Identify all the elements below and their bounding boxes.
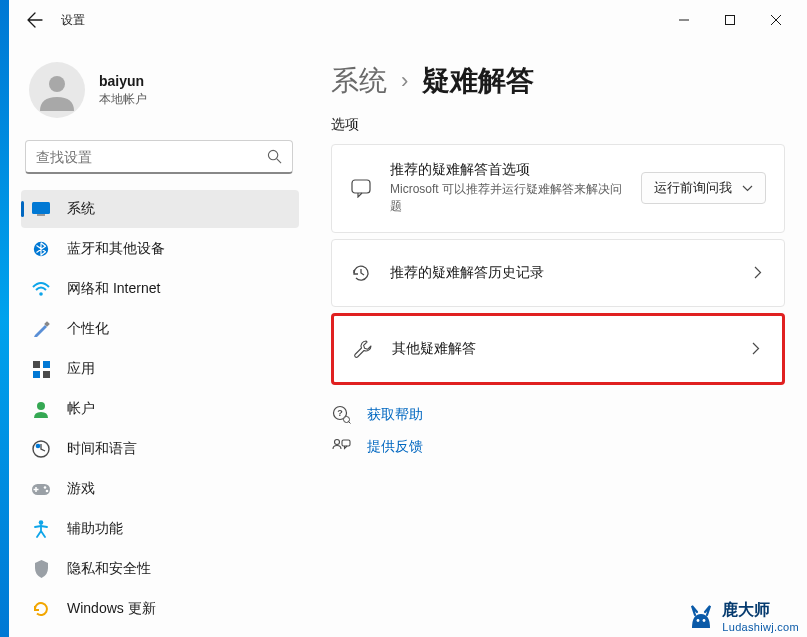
watermark-en: Ludashiwj.com bbox=[722, 621, 799, 633]
sidebar-item-gaming[interactable]: 游戏 bbox=[21, 470, 299, 508]
svg-point-6 bbox=[39, 292, 43, 296]
card-title: 推荐的疑难解答首选项 bbox=[390, 161, 623, 179]
sidebar-item-label: 隐私和安全性 bbox=[67, 560, 151, 578]
svg-rect-24 bbox=[342, 440, 350, 446]
svg-text:?: ? bbox=[337, 409, 343, 419]
titlebar: 设置 bbox=[9, 0, 807, 40]
watermark-logo-icon bbox=[686, 602, 716, 632]
help-icon: ? bbox=[331, 405, 351, 425]
minimize-button[interactable] bbox=[661, 4, 707, 36]
feedback-link[interactable]: 提供反馈 bbox=[331, 437, 785, 457]
accessibility-icon bbox=[31, 519, 51, 539]
svg-point-26 bbox=[703, 619, 706, 622]
svg-point-16 bbox=[44, 486, 47, 489]
account-icon bbox=[31, 399, 51, 419]
recommended-pref-dropdown[interactable]: 运行前询问我 bbox=[641, 172, 766, 204]
network-icon bbox=[31, 279, 51, 299]
wrench-icon bbox=[352, 338, 374, 360]
chat-icon bbox=[350, 177, 372, 199]
time-icon bbox=[31, 439, 51, 459]
svg-point-12 bbox=[37, 402, 45, 410]
user-block[interactable]: baiyun 本地帐户 bbox=[9, 48, 309, 140]
breadcrumb-root[interactable]: 系统 bbox=[331, 62, 387, 100]
breadcrumb-current: 疑难解答 bbox=[422, 62, 534, 100]
nav-list: 系统 蓝牙和其他设备 网络和 Internet 个性化 应用 bbox=[9, 188, 309, 637]
breadcrumb: 系统 › 疑难解答 bbox=[331, 40, 785, 116]
chevron-right-icon: › bbox=[401, 68, 408, 94]
sidebar-item-system[interactable]: 系统 bbox=[21, 190, 299, 228]
card-recommended-pref: 推荐的疑难解答首选项 Microsoft 可以推荐并运行疑难解答来解决问题 运行… bbox=[331, 144, 785, 233]
svg-point-2 bbox=[268, 150, 277, 159]
history-icon bbox=[350, 262, 372, 284]
sidebar-item-label: 蓝牙和其他设备 bbox=[67, 240, 165, 258]
search-input[interactable] bbox=[36, 149, 267, 165]
privacy-icon bbox=[31, 559, 51, 579]
sidebar-item-account[interactable]: 帐户 bbox=[21, 390, 299, 428]
feedback-icon bbox=[331, 437, 351, 457]
watermark: 鹿大师 Ludashiwj.com bbox=[686, 600, 799, 633]
svg-point-17 bbox=[46, 489, 49, 492]
chevron-down-icon bbox=[742, 185, 753, 192]
get-help-link[interactable]: ? 获取帮助 bbox=[331, 405, 785, 425]
svg-point-23 bbox=[334, 440, 339, 445]
search-box[interactable] bbox=[25, 140, 293, 174]
sidebar-item-time[interactable]: 时间和语言 bbox=[21, 430, 299, 468]
svg-point-1 bbox=[49, 76, 65, 92]
sidebar-item-label: 辅助功能 bbox=[67, 520, 123, 538]
sidebar-item-label: 系统 bbox=[67, 200, 95, 218]
sidebar-item-label: 帐户 bbox=[67, 400, 95, 418]
svg-rect-3 bbox=[32, 202, 50, 214]
watermark-cn: 鹿大师 bbox=[722, 600, 799, 621]
card-other-troubleshoot[interactable]: 其他疑难解答 bbox=[331, 313, 785, 385]
bluetooth-icon bbox=[31, 239, 51, 259]
sidebar-item-update[interactable]: Windows 更新 bbox=[21, 590, 299, 628]
sidebar-item-apps[interactable]: 应用 bbox=[21, 350, 299, 388]
sidebar-item-bluetooth[interactable]: 蓝牙和其他设备 bbox=[21, 230, 299, 268]
user-name: baiyun bbox=[99, 73, 147, 89]
card-title: 推荐的疑难解答历史记录 bbox=[390, 264, 732, 282]
footer-links: ? 获取帮助 提供反馈 bbox=[331, 405, 785, 457]
sidebar-item-label: Windows 更新 bbox=[67, 600, 156, 618]
sidebar-item-accessibility[interactable]: 辅助功能 bbox=[21, 510, 299, 548]
sidebar-item-label: 个性化 bbox=[67, 320, 109, 338]
sidebar-item-network[interactable]: 网络和 Internet bbox=[21, 270, 299, 308]
card-title: 其他疑难解答 bbox=[392, 340, 730, 358]
sidebar-item-privacy[interactable]: 隐私和安全性 bbox=[21, 550, 299, 588]
sidebar-item-label: 应用 bbox=[67, 360, 95, 378]
card-history[interactable]: 推荐的疑难解答历史记录 bbox=[331, 239, 785, 307]
apps-icon bbox=[31, 359, 51, 379]
section-label: 选项 bbox=[331, 116, 785, 134]
maximize-button[interactable] bbox=[707, 4, 753, 36]
update-icon bbox=[31, 599, 51, 619]
sidebar-item-label: 时间和语言 bbox=[67, 440, 137, 458]
svg-rect-0 bbox=[726, 16, 735, 25]
system-icon bbox=[31, 199, 51, 219]
svg-point-25 bbox=[697, 619, 700, 622]
maximize-icon bbox=[725, 15, 735, 25]
sidebar: baiyun 本地帐户 系统 蓝牙和其他设备 网络 bbox=[9, 40, 309, 637]
personalize-icon bbox=[31, 319, 51, 339]
svg-rect-11 bbox=[43, 371, 50, 378]
user-subtitle: 本地帐户 bbox=[99, 91, 147, 108]
app-title: 设置 bbox=[61, 12, 85, 29]
footer-link-text: 提供反馈 bbox=[367, 438, 423, 456]
dropdown-value: 运行前询问我 bbox=[654, 179, 732, 197]
svg-point-14 bbox=[36, 444, 41, 449]
close-button[interactable] bbox=[753, 4, 799, 36]
back-button[interactable] bbox=[17, 2, 53, 38]
sidebar-item-label: 游戏 bbox=[67, 480, 95, 498]
back-arrow-icon bbox=[27, 12, 43, 28]
sidebar-item-personalize[interactable]: 个性化 bbox=[21, 310, 299, 348]
content-area: 系统 › 疑难解答 选项 推荐的疑难解答首选项 Microsoft 可以推荐并运… bbox=[309, 40, 807, 637]
search-icon bbox=[267, 149, 282, 164]
avatar-icon bbox=[34, 67, 80, 113]
svg-rect-8 bbox=[33, 361, 40, 368]
card-desc: Microsoft 可以推荐并运行疑难解答来解决问题 bbox=[390, 181, 623, 216]
svg-rect-4 bbox=[37, 214, 45, 216]
chevron-right-icon bbox=[748, 342, 764, 355]
sidebar-item-label: 网络和 Internet bbox=[67, 280, 160, 298]
minimize-icon bbox=[679, 15, 689, 25]
svg-rect-10 bbox=[33, 371, 40, 378]
close-icon bbox=[771, 15, 781, 25]
footer-link-text: 获取帮助 bbox=[367, 406, 423, 424]
